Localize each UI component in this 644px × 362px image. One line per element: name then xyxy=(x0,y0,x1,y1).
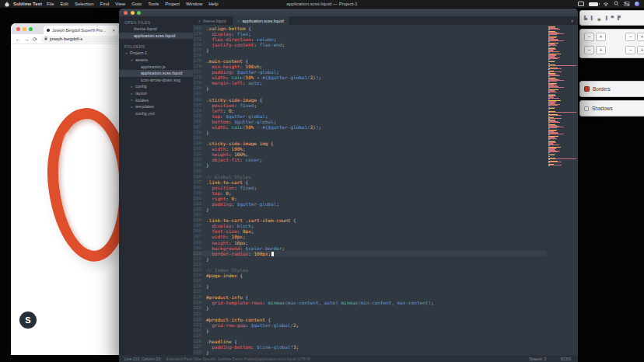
align-icon[interactable]: ▛ xyxy=(618,16,621,20)
disclosure-triangle-icon[interactable]: ▸ xyxy=(130,92,134,96)
code-line-188[interactable]: 188} xyxy=(193,130,547,135)
tab-theme-liquid[interactable]: × theme.liquid xyxy=(193,16,233,25)
borders-section[interactable]: Borders xyxy=(579,81,644,97)
code-line-173[interactable]: 173} xyxy=(193,47,547,53)
align-icon[interactable]: ▐ xyxy=(604,16,607,20)
code-line-226[interactable]: 226.headline { xyxy=(193,339,547,344)
code-line-192[interactable]: 192 height: 100%; xyxy=(193,151,547,157)
align-icon[interactable]: ▌ xyxy=(591,16,594,20)
shadows-section[interactable]: Shadows xyxy=(579,100,644,117)
plus-button[interactable]: + xyxy=(637,33,644,41)
code-line-191[interactable]: 191 width: 100%; xyxy=(193,146,547,151)
syntax-setting[interactable]: SCSS xyxy=(560,357,571,361)
align-icon[interactable]: ▀ xyxy=(611,16,614,20)
code-line-204[interactable]: 204.link-to-cart .cart-item-count { xyxy=(193,218,547,223)
color-swatch[interactable] xyxy=(584,86,590,92)
code-line-224[interactable]: 224} xyxy=(193,328,547,333)
code-line-190[interactable]: 190.sticky-side-image img { xyxy=(193,141,547,146)
code-line-221[interactable]: 221 xyxy=(193,312,547,317)
code-line-203[interactable]: 203 xyxy=(193,212,547,218)
menu-tools[interactable]: Tools xyxy=(148,2,159,6)
code-line-179[interactable]: 179 margin-left: auto; xyxy=(193,80,547,85)
code-line-195[interactable]: 195 xyxy=(193,169,547,174)
reload-icon[interactable]: ⟳ xyxy=(33,37,37,42)
sidebar-file-icon-arrow-down.svg[interactable]: icon-arrow-down.svg xyxy=(119,77,193,84)
code-line-184[interactable]: 184 left: 0; xyxy=(193,108,547,113)
code-line-174[interactable]: 174 xyxy=(193,53,547,58)
code-line-178[interactable]: 178 width: calc(50% + #{$gutter-global/2… xyxy=(193,75,547,80)
disclosure-triangle-icon[interactable]: ▸ xyxy=(130,98,134,102)
code-line-215[interactable]: 215 xyxy=(193,278,547,284)
tab-application-scss[interactable]: × application.scss.liquid xyxy=(233,16,290,25)
search-icon[interactable] xyxy=(614,1,619,7)
forward-icon[interactable]: → xyxy=(24,37,30,42)
code-line-219[interactable]: 219 grid-template-rows: minmax(max-conte… xyxy=(193,300,547,305)
code-line-193[interactable]: 193 object-fit: cover; xyxy=(193,157,547,162)
sidebar-file-config.yml[interactable]: config.yml xyxy=(119,110,193,117)
indent-setting[interactable]: Spaces: 2 xyxy=(529,357,546,361)
display-icon[interactable] xyxy=(578,2,584,6)
code-line-217[interactable]: 217 xyxy=(193,289,547,294)
minus-button[interactable]: − xyxy=(625,46,635,54)
disclosure-triangle-icon[interactable]: ▸ xyxy=(130,105,134,109)
tab-close-icon[interactable]: × xyxy=(198,19,201,23)
sidebar-folder-templates[interactable]: ▸templates xyxy=(119,103,193,110)
code-line-181[interactable]: 181 xyxy=(193,91,547,96)
minimize-window-button[interactable] xyxy=(131,11,135,15)
code-line-183[interactable]: 183 position: fixed; xyxy=(193,103,547,108)
menu-goto[interactable]: Goto xyxy=(131,2,142,6)
align-icon[interactable]: ▙ xyxy=(584,16,587,20)
app-menu-title[interactable]: Sublime Text xyxy=(13,2,42,6)
menu-help[interactable]: Help xyxy=(208,2,218,6)
code-line-194[interactable]: 194} xyxy=(193,162,547,168)
siri-icon[interactable] xyxy=(635,2,639,6)
tab-overflow-icon[interactable]: ▾ xyxy=(571,19,578,23)
sidebar-folder-assets[interactable]: ▾assets xyxy=(119,57,193,64)
open-file-theme-liquid[interactable]: theme.liquid xyxy=(119,26,193,33)
menu-selection[interactable]: Selection xyxy=(75,2,94,6)
code-line-169[interactable]: 169.valign-bottom { xyxy=(193,26,547,31)
code-line-205[interactable]: 205 display: block; xyxy=(193,223,547,228)
code-line-186[interactable]: 186 bottom: $gutter-global; xyxy=(193,119,547,124)
tab-close-icon[interactable]: × xyxy=(112,28,115,33)
code-line-206[interactable]: 206 font-size: 0px; xyxy=(193,228,547,234)
code-line-172[interactable]: 172 justify-content: flex-end; xyxy=(193,42,547,47)
code-line-214[interactable]: 214#page-index { xyxy=(193,273,547,278)
code-line-212[interactable]: 212 xyxy=(193,262,547,267)
site-logo[interactable]: S xyxy=(19,312,37,329)
disclosure-triangle-icon[interactable]: ▾ xyxy=(124,51,128,55)
plus-button[interactable]: + xyxy=(596,33,606,41)
minus-button[interactable]: − xyxy=(625,33,635,41)
zoom-window-button[interactable] xyxy=(29,27,33,31)
menu-view[interactable]: View xyxy=(115,2,125,6)
sidebar-file-application.scss.liquid[interactable]: application.scss.liquid xyxy=(119,70,193,77)
code-line-218[interactable]: 218#product-info { xyxy=(193,294,547,300)
menu-project[interactable]: Project xyxy=(165,2,180,6)
wifi-icon[interactable] xyxy=(603,2,609,7)
code-line-180[interactable]: 180} xyxy=(193,85,547,91)
menu-edit[interactable]: Edit xyxy=(61,2,68,6)
close-window-button[interactable] xyxy=(124,11,128,15)
code-line-171[interactable]: 171 flex-direction: column; xyxy=(193,37,547,42)
code-line-175[interactable]: 175.main-content { xyxy=(193,58,547,64)
code-line-210[interactable]: 210 border-radius: 100px; xyxy=(193,251,547,256)
menu-window[interactable]: Window xyxy=(186,2,202,6)
sidebar-folder-locales[interactable]: ▸locales xyxy=(119,96,193,103)
code-line-187[interactable]: 187 width: calc(50% - #{$gutter-global/2… xyxy=(193,124,547,130)
sublime-title-bar[interactable] xyxy=(119,9,578,16)
zoom-window-button[interactable] xyxy=(137,11,141,15)
minimize-window-button[interactable] xyxy=(23,27,26,31)
code-line-223[interactable]: 223 grid-row-gap: $gutter-global/2; xyxy=(193,322,547,328)
menu-file[interactable]: File xyxy=(47,2,54,6)
close-window-button[interactable] xyxy=(16,27,20,31)
code-line-196[interactable]: 196// Global Styles xyxy=(193,174,547,179)
tab-close-icon[interactable]: × xyxy=(238,19,240,23)
checkbox[interactable] xyxy=(584,106,589,111)
back-icon[interactable]: ← xyxy=(16,37,21,42)
code-line-213[interactable]: 213// Index Styles xyxy=(193,267,547,273)
disclosure-triangle-icon[interactable]: ▸ xyxy=(130,85,134,89)
code-line-216[interactable]: 216} xyxy=(193,284,547,289)
plus-button[interactable]: + xyxy=(596,46,606,54)
code-line-222[interactable]: 222#product-info-content { xyxy=(193,317,547,322)
code-line-201[interactable]: 201 padding: $gutter-global; xyxy=(193,201,547,207)
